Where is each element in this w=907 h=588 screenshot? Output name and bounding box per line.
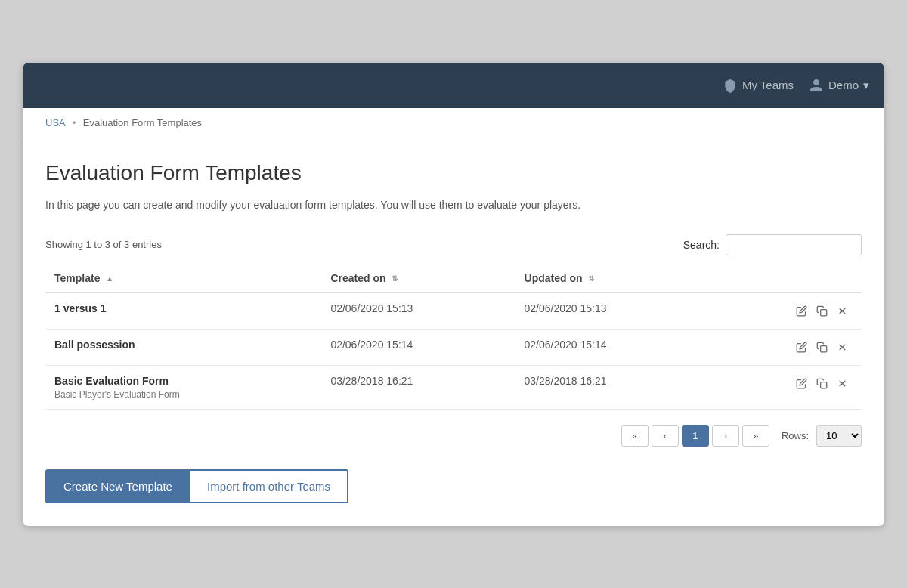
created-on-cell: 03/28/2018 16:21 bbox=[321, 365, 515, 409]
table-header-row: Template ▲ Created on ⇅ Updated on ⇅ bbox=[45, 265, 862, 292]
search-input[interactable] bbox=[726, 234, 862, 255]
user-menu[interactable]: Demo ▾ bbox=[809, 78, 869, 93]
template-sort-icon: ▲ bbox=[106, 274, 113, 283]
col-template[interactable]: Template ▲ bbox=[45, 265, 321, 292]
col-actions bbox=[709, 265, 862, 292]
updated-on-cell: 02/06/2020 15:14 bbox=[515, 329, 709, 365]
breadcrumb-separator: • bbox=[73, 117, 76, 128]
copy-button[interactable] bbox=[812, 339, 832, 356]
delete-button[interactable] bbox=[832, 302, 853, 320]
table-row: Ball possession02/06/2020 15:1402/06/202… bbox=[45, 329, 862, 365]
delete-button[interactable] bbox=[832, 339, 853, 356]
updated-sort-icon: ⇅ bbox=[588, 274, 594, 283]
col-updated-on[interactable]: Updated on ⇅ bbox=[515, 265, 709, 292]
breadcrumb: USA • Evaluation Form Templates bbox=[23, 108, 884, 138]
search-area: Search: bbox=[683, 234, 862, 255]
page-description: In this page you can create and modify y… bbox=[45, 197, 862, 213]
edit-button[interactable] bbox=[791, 339, 812, 356]
svg-rect-3 bbox=[821, 345, 827, 351]
user-label: Demo bbox=[828, 79, 859, 91]
svg-rect-0 bbox=[821, 309, 827, 315]
col-created-on[interactable]: Created on ⇅ bbox=[321, 265, 515, 292]
user-dropdown-icon: ▾ bbox=[863, 79, 869, 92]
first-page-button[interactable]: « bbox=[621, 425, 649, 447]
edit-button[interactable] bbox=[791, 375, 812, 392]
col-updated-label: Updated on bbox=[525, 272, 583, 284]
breadcrumb-current: Evaluation Form Templates bbox=[83, 117, 202, 128]
app-container: My Teams Demo ▾ USA • Evaluation Form Te… bbox=[23, 63, 884, 526]
user-icon bbox=[809, 78, 824, 93]
action-cell bbox=[709, 329, 862, 365]
breadcrumb-root[interactable]: USA bbox=[45, 117, 65, 128]
copy-button[interactable] bbox=[812, 375, 832, 392]
updated-on-cell: 02/06/2020 15:13 bbox=[515, 292, 709, 330]
created-on-cell: 02/06/2020 15:14 bbox=[321, 329, 515, 365]
rows-select[interactable]: 10 25 50 100 bbox=[816, 425, 862, 447]
my-teams-nav[interactable]: My Teams bbox=[723, 78, 794, 93]
showing-text: Showing 1 to 3 of 3 entries bbox=[45, 239, 162, 250]
svg-rect-6 bbox=[821, 382, 827, 388]
search-label: Search: bbox=[683, 239, 720, 251]
main-content: Evaluation Form Templates In this page y… bbox=[23, 138, 884, 526]
updated-on-cell: 03/28/2018 16:21 bbox=[515, 365, 709, 409]
page-title: Evaluation Form Templates bbox=[45, 161, 862, 185]
col-created-label: Created on bbox=[330, 272, 385, 284]
prev-page-button[interactable]: ‹ bbox=[652, 425, 679, 447]
template-name: 1 versus 1 bbox=[54, 302, 312, 314]
data-table: Template ▲ Created on ⇅ Updated on ⇅ bbox=[45, 265, 862, 410]
created-on-cell: 02/06/2020 15:13 bbox=[321, 292, 515, 330]
my-teams-label: My Teams bbox=[742, 79, 794, 91]
template-subtitle: Basic Player's Evaluation Form bbox=[54, 389, 312, 400]
table-body: 1 versus 102/06/2020 15:1302/06/2020 15:… bbox=[45, 292, 862, 410]
action-cell bbox=[709, 365, 862, 409]
created-sort-icon: ⇅ bbox=[392, 274, 398, 283]
pagination: « ‹ 1 › » Rows: 10 25 50 100 bbox=[45, 425, 862, 447]
shield-icon bbox=[723, 78, 738, 93]
bottom-buttons: Create New Template Import from other Te… bbox=[45, 469, 862, 503]
next-page-button[interactable]: › bbox=[712, 425, 739, 447]
table-row: 1 versus 102/06/2020 15:1302/06/2020 15:… bbox=[45, 292, 862, 330]
rows-label: Rows: bbox=[782, 430, 809, 441]
template-name: Basic Evaluation Form bbox=[54, 375, 312, 387]
template-name: Ball possession bbox=[54, 339, 312, 351]
top-nav: My Teams Demo ▾ bbox=[23, 63, 884, 108]
current-page-button[interactable]: 1 bbox=[682, 425, 709, 447]
table-row: Basic Evaluation FormBasic Player's Eval… bbox=[45, 365, 862, 409]
copy-button[interactable] bbox=[812, 302, 832, 320]
table-controls: Showing 1 to 3 of 3 entries Search: bbox=[45, 234, 862, 255]
create-new-template-button[interactable]: Create New Template bbox=[45, 469, 190, 503]
import-from-teams-button[interactable]: Import from other Teams bbox=[190, 469, 348, 503]
delete-button[interactable] bbox=[832, 375, 853, 392]
edit-button[interactable] bbox=[791, 302, 812, 320]
action-cell bbox=[709, 292, 862, 330]
col-template-label: Template bbox=[54, 272, 100, 284]
last-page-button[interactable]: » bbox=[742, 425, 769, 447]
